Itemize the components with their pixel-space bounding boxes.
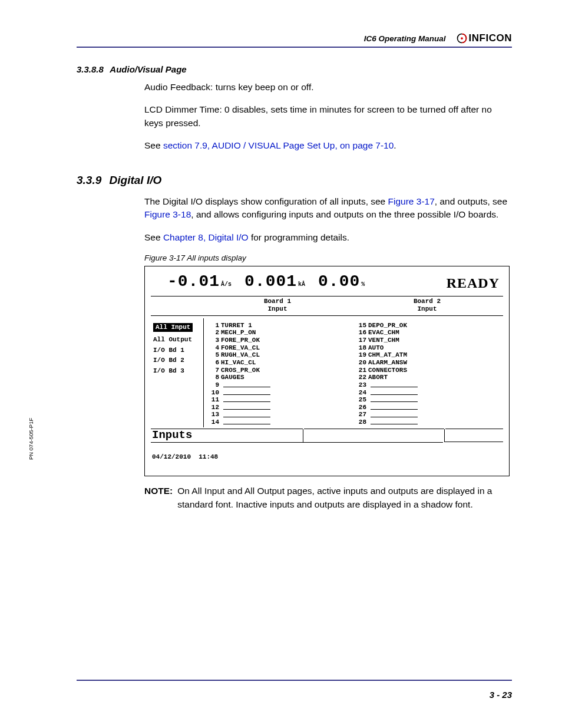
input-row-blank: 9: [210, 381, 345, 389]
input-row: 15DEPO_PR_OK: [357, 322, 497, 330]
inficon-logo: INFICON: [457, 32, 512, 44]
input-row: 20ALARM_ANSW: [357, 359, 497, 367]
sidebar-item-selected: All Input: [153, 323, 193, 332]
input-row: 2MECH_P_ON: [210, 329, 345, 337]
input-row: 5RUGH_VA_CL: [210, 351, 345, 359]
input-row-blank: 23: [357, 381, 497, 389]
xref-link[interactable]: Chapter 8, Digital I/O: [163, 232, 249, 242]
input-row: 17VENT_CHM: [357, 337, 497, 344]
board1-header: Board 1: [264, 298, 291, 305]
input-row: 21CONNECTORS: [357, 367, 497, 374]
page-header: IC6 Operating Manual INFICON: [77, 32, 512, 44]
body-paragraph: LCD Dimmer Time: 0 disables, sets time i…: [144, 103, 512, 130]
rate-value: -0.01Å/s: [167, 272, 232, 291]
header-rule: [77, 47, 512, 48]
inficon-logo-icon: [457, 33, 467, 44]
input-row-blank: 11: [210, 396, 345, 404]
text: See: [144, 140, 163, 150]
footer-rule: [77, 680, 512, 681]
sidebar-item: I/O Bd 1: [151, 345, 203, 355]
body-paragraph: See section 7.9, AUDIO / VISUAL Page Set…: [144, 139, 512, 152]
thickness-value: 0.001kÅ: [244, 272, 305, 291]
input-row: 6HI_VAC_CL: [210, 359, 345, 367]
device-screen-figure: -0.01Å/s 0.001kÅ 0.00% READY Board 1Inpu…: [144, 266, 510, 476]
input-row-blank: 24: [357, 389, 497, 397]
screen-sidebar: All Input All Output I/O Bd 1 I/O Bd 2 I…: [151, 318, 204, 427]
input-row-blank: 14: [210, 419, 345, 426]
text: , and outputs, see: [435, 196, 507, 206]
figure-caption: Figure 3-17 All inputs display: [144, 253, 512, 262]
sidebar-item: I/O Bd 3: [151, 365, 203, 376]
board2-header: Board 2: [414, 298, 441, 305]
logo-text: INFICON: [469, 32, 512, 44]
input-row: 18AUTO: [357, 344, 497, 352]
input-row: 7CROS_PR_OK: [210, 367, 345, 374]
section-3-3-8-8: 3.3.8.8 Audio/Visual Page: [77, 64, 512, 75]
input-row-blank: 12: [210, 404, 345, 411]
inputs-label: Inputs: [151, 429, 303, 442]
note-text: On All Input and All Output pages, activ…: [177, 485, 512, 511]
input-row: 4FORE_VA_CL: [210, 344, 345, 352]
input-row: 3FORE_PR_OK: [210, 337, 345, 344]
text: The Digital I/O displays show configurat…: [144, 196, 388, 206]
column-headers: Board 1Input Board 2Input: [151, 298, 503, 312]
percent-value: 0.00%: [318, 272, 365, 291]
text: .: [394, 140, 396, 150]
svg-point-1: [461, 37, 463, 39]
section-title: Audio/Visual Page: [110, 64, 186, 74]
input-row: 16EVAC_CHM: [357, 329, 497, 337]
body-paragraph: See Chapter 8, Digital I/O for programmi…: [144, 231, 512, 244]
input-row-blank: 26: [357, 404, 497, 411]
input-row-blank: 27: [357, 411, 497, 419]
input-row-blank: 10: [210, 389, 345, 397]
xref-link[interactable]: Figure 3-17: [388, 196, 435, 206]
part-number: PN 074-505-P1F: [28, 418, 34, 460]
input-row: 22ABORT: [357, 374, 497, 381]
text: See: [144, 232, 163, 242]
section-number: 3.3.8.8: [77, 64, 104, 74]
board2-subheader: Input: [417, 305, 437, 312]
body-paragraph: Audio Feedback: turns key beep on or off…: [144, 81, 512, 94]
screen-status-bar: -0.01Å/s 0.001kÅ 0.00% READY: [151, 272, 503, 294]
input-row: 19CHM_AT_ATM: [357, 351, 497, 359]
section-title: Digital I/O: [110, 174, 162, 186]
input-row: 1TURRET 1: [210, 322, 345, 330]
screen-datetime: 04/12/2010 11:48: [151, 453, 503, 461]
status-label: READY: [447, 275, 500, 292]
input-row-blank: 28: [357, 419, 497, 426]
input-row: 8GAUGES: [210, 374, 345, 381]
manual-title: IC6 Operating Manual: [364, 34, 446, 43]
input-row-blank: 25: [357, 396, 497, 404]
sidebar-item: I/O Bd 2: [151, 355, 203, 366]
text: for programming details.: [249, 232, 349, 242]
text: , and allows configuring inputs and outp…: [191, 209, 498, 219]
body-paragraph: The Digital I/O displays show configurat…: [144, 195, 512, 222]
section-3-3-9: 3.3.9 Digital I/O: [77, 174, 512, 187]
board2-input-list: 15DEPO_PR_OK16EVAC_CHM17VENT_CHM18AUTO19…: [351, 318, 503, 427]
note-label: NOTE:: [144, 485, 173, 511]
board1-subheader: Input: [267, 305, 287, 312]
xref-link[interactable]: Figure 3-18: [144, 209, 191, 219]
section-number: 3.3.9: [77, 174, 101, 186]
board1-input-list: 1TURRET 12MECH_P_ON3FORE_PR_OK4FORE_VA_C…: [204, 318, 351, 427]
page-number: 3 - 23: [490, 690, 512, 700]
xref-link[interactable]: section 7.9, AUDIO / VISUAL Page Set Up,…: [163, 140, 394, 150]
input-row-blank: 13: [210, 411, 345, 419]
sidebar-item: All Output: [151, 334, 203, 345]
note-block: NOTE: On All Input and All Output pages,…: [144, 485, 512, 511]
